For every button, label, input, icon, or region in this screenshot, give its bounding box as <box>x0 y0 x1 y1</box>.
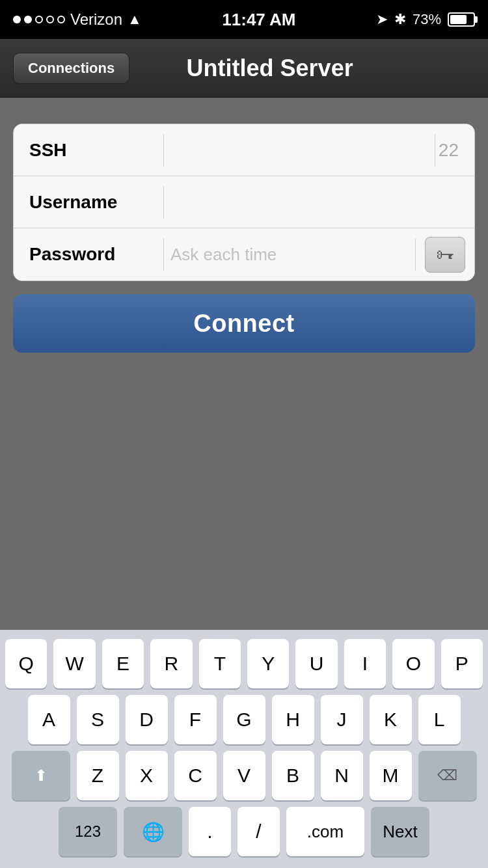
keyboard: Q W E R T Y U I O P A S D F G H J K L ⬆ … <box>0 630 488 868</box>
bluetooth-icon: ✱ <box>394 11 406 28</box>
signal-dot-1 <box>13 16 21 23</box>
signal-dot-5 <box>57 16 65 23</box>
keyboard-row-1: Q W E R T Y U I O P <box>5 639 483 688</box>
key-t[interactable]: T <box>199 639 241 688</box>
nav-bar: Connections Untitled Server <box>0 39 488 98</box>
status-left: Verizon ▲ <box>13 10 142 29</box>
status-bar: Verizon ▲ 11:47 AM ➤ ✱ 73% <box>0 0 488 39</box>
shift-button[interactable]: ⬆ <box>12 751 70 800</box>
key-dotcom[interactable]: .com <box>286 807 364 856</box>
key-d[interactable]: D <box>126 695 168 744</box>
location-icon: ➤ <box>376 11 388 28</box>
battery-fill <box>450 15 467 24</box>
globe-button[interactable]: 🌐 <box>124 807 182 856</box>
key-x[interactable]: X <box>126 751 168 800</box>
key-period[interactable]: . <box>189 807 231 856</box>
key-o[interactable]: O <box>392 639 434 688</box>
key-button[interactable]: 🗝 <box>425 237 465 273</box>
key-w[interactable]: W <box>53 639 95 688</box>
key-c[interactable]: C <box>174 751 217 800</box>
key-r[interactable]: R <box>150 639 192 688</box>
key-slash[interactable]: / <box>237 807 280 856</box>
key-v[interactable]: V <box>223 751 265 800</box>
num-button[interactable]: 123 <box>59 807 117 856</box>
key-n[interactable]: N <box>321 751 363 800</box>
ssh-port-value: 22 <box>435 140 474 161</box>
password-row: Password 🗝 <box>14 228 474 280</box>
key-p[interactable]: P <box>441 639 483 688</box>
username-input[interactable] <box>164 192 474 212</box>
key-y[interactable]: Y <box>247 639 289 688</box>
next-button[interactable]: Next <box>371 807 429 856</box>
key-icon: 🗝 <box>436 244 454 265</box>
signal-dot-2 <box>24 16 32 23</box>
connect-button[interactable]: Connect <box>13 294 475 353</box>
key-i[interactable]: I <box>344 639 386 688</box>
signal-dot-4 <box>46 16 54 23</box>
main-content: SSH 22 Username Password 🗝 Connect <box>0 98 488 366</box>
signal-dot-3 <box>35 16 43 23</box>
key-a[interactable]: A <box>28 695 70 744</box>
username-row: Username <box>14 176 474 228</box>
key-e[interactable]: E <box>102 639 144 688</box>
ssh-label: SSH <box>14 140 163 161</box>
keyboard-row-2: A S D F G H J K L <box>5 695 483 744</box>
key-j[interactable]: J <box>321 695 363 744</box>
key-l[interactable]: L <box>418 695 461 744</box>
key-s[interactable]: S <box>77 695 119 744</box>
signal-dots <box>13 16 65 23</box>
ssh-input[interactable] <box>164 140 435 160</box>
key-h[interactable]: H <box>272 695 314 744</box>
form-container: SSH 22 Username Password 🗝 <box>13 124 475 281</box>
page-title: Untitled Server <box>129 55 410 82</box>
key-z[interactable]: Z <box>77 751 119 800</box>
keyboard-row-4: 123 🌐 . / .com Next <box>5 807 483 856</box>
key-q[interactable]: Q <box>5 639 47 688</box>
battery-icon <box>448 12 475 27</box>
key-g[interactable]: G <box>223 695 265 744</box>
wifi-icon: ▲ <box>128 11 142 28</box>
username-label: Username <box>14 192 163 213</box>
key-f[interactable]: F <box>174 695 217 744</box>
ssh-row: SSH 22 <box>14 124 474 176</box>
keyboard-row-3: ⬆ Z X C V B N M ⌫ <box>5 751 483 800</box>
carrier-label: Verizon <box>70 10 122 29</box>
password-input[interactable] <box>164 245 415 265</box>
status-right: ➤ ✱ 73% <box>376 11 475 28</box>
password-key-divider <box>415 238 416 271</box>
back-button[interactable]: Connections <box>13 53 129 84</box>
password-label: Password <box>14 244 163 265</box>
key-k[interactable]: K <box>370 695 412 744</box>
battery-percent: 73% <box>413 11 441 28</box>
status-time: 11:47 AM <box>222 10 295 30</box>
key-b[interactable]: B <box>272 751 314 800</box>
key-u[interactable]: U <box>295 639 337 688</box>
delete-button[interactable]: ⌫ <box>418 751 477 800</box>
key-m[interactable]: M <box>370 751 412 800</box>
